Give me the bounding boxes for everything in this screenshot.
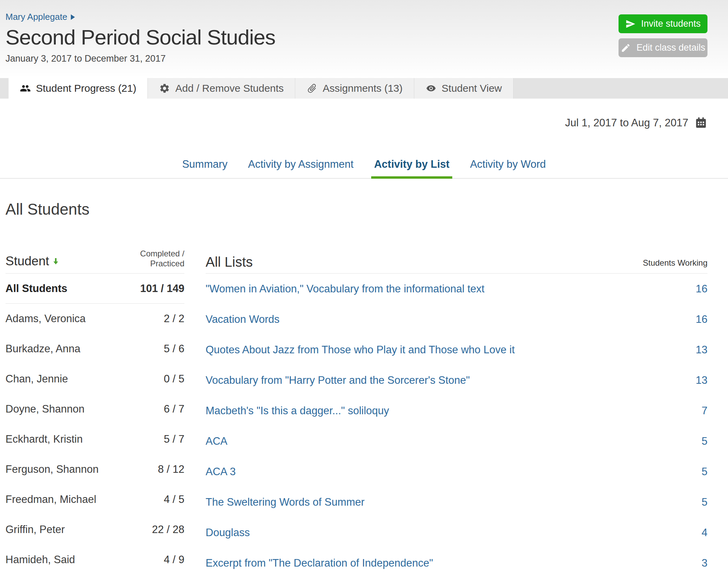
eye-icon: [426, 83, 437, 94]
column-header-completed-line1: Completed /: [140, 249, 184, 258]
students-working-count: 4: [702, 527, 707, 539]
student-name: Hamideh, Said: [5, 554, 75, 566]
page-header: Mary Applegate Second Period Social Stud…: [0, 0, 728, 78]
student-completed-count: 0 / 5: [164, 373, 184, 385]
students-working-count: 7: [702, 405, 707, 417]
all-lists-heading: All Lists: [206, 254, 253, 270]
list-link[interactable]: The Sweltering Words of Summer: [206, 496, 365, 508]
student-completed-count: 5 / 6: [164, 343, 184, 355]
list-item: The Sweltering Words of Summer 5: [206, 487, 707, 517]
header-buttons: Invite students Edit class details: [619, 14, 707, 57]
column-header-student-label: Student: [5, 254, 49, 268]
student-name: Chan, Jennie: [5, 373, 68, 385]
students-working-count: 5: [702, 466, 707, 478]
paper-plane-icon: [625, 19, 636, 29]
student-completed-count: 2 / 2: [164, 313, 184, 325]
list-link[interactable]: Vocabulary from "Harry Potter and the So…: [206, 374, 470, 387]
tab-student-view[interactable]: Student View: [414, 78, 514, 99]
students-table: Student Completed / Practiced All Studen…: [5, 248, 184, 578]
page-title: Second Period Social Studies: [5, 25, 707, 49]
table-row[interactable]: Eckhardt, Kristin 5 / 7: [5, 424, 184, 454]
subtab-activity-by-list[interactable]: Activity by List: [371, 158, 452, 178]
breadcrumb[interactable]: Mary Applegate: [5, 12, 75, 22]
gear-icon: [159, 83, 170, 94]
invite-students-button[interactable]: Invite students: [619, 14, 707, 33]
tab-label: Add / Remove Students: [175, 83, 284, 94]
list-item: Macbeth's "Is this a dagger..." soliloqu…: [206, 395, 707, 426]
class-date-range: January 3, 2017 to December 31, 2017: [5, 53, 707, 64]
student-completed-count: 8 / 12: [158, 463, 184, 476]
list-link[interactable]: Vacation Words: [206, 313, 280, 326]
table-row[interactable]: Chan, Jennie 0 / 5: [5, 364, 184, 394]
subtab-summary[interactable]: Summary: [179, 158, 230, 178]
column-header-student[interactable]: Student: [5, 254, 60, 268]
subtab-activity-by-word[interactable]: Activity by Word: [467, 158, 549, 178]
table-row[interactable]: Hamideh, Said 4 / 9: [5, 545, 184, 575]
student-name: Eckhardt, Kristin: [5, 433, 83, 445]
student-completed-count: 4 / 5: [164, 493, 184, 506]
report-subtabs: Summary Activity by Assignment Activity …: [0, 158, 728, 179]
table-row[interactable]: Burkadze, Anna 5 / 6: [5, 334, 184, 364]
lists-table: All Lists Students Working "Women in Avi…: [206, 248, 707, 578]
list-item: ACA 3 5: [206, 456, 707, 487]
list-link[interactable]: Quotes About Jazz from Those who Play it…: [206, 344, 515, 356]
students-working-count: 5: [702, 435, 707, 447]
edit-class-details-button[interactable]: Edit class details: [619, 38, 707, 57]
students-working-count: 16: [696, 283, 707, 295]
table-row[interactable]: Doyne, Shannon 6 / 7: [5, 394, 184, 424]
summary-row-value: 101 / 149: [140, 282, 184, 295]
edit-class-details-label: Edit class details: [636, 42, 705, 53]
student-name: Doyne, Shannon: [5, 403, 84, 415]
list-item: Vocabulary from "Harry Potter and the So…: [206, 365, 707, 395]
list-link[interactable]: ACA: [206, 435, 228, 447]
students-working-count: 13: [696, 344, 707, 356]
paperclip-icon: [307, 83, 317, 94]
breadcrumb-link[interactable]: Mary Applegate: [5, 12, 67, 22]
table-row[interactable]: Ferguson, Shannon 8 / 12: [5, 454, 184, 484]
list-item: Quotes About Jazz from Those who Play it…: [206, 334, 707, 365]
student-completed-count: 6 / 7: [164, 403, 184, 415]
list-item: Excerpt from "The Declaration of Indepen…: [206, 548, 707, 578]
students-working-count: 3: [702, 557, 707, 569]
list-link[interactable]: Macbeth's "Is this a dagger..." soliloqu…: [206, 405, 389, 417]
tab-label: Student Progress (21): [36, 83, 136, 94]
list-link[interactable]: ACA 3: [206, 466, 236, 478]
student-completed-count: 5 / 7: [164, 433, 184, 445]
lists-table-header: All Lists Students Working: [206, 248, 707, 274]
tab-add-remove-students[interactable]: Add / Remove Students: [148, 78, 295, 99]
calendar-icon[interactable]: [694, 116, 707, 129]
tab-label: Assignments (13): [323, 83, 402, 94]
list-link[interactable]: Douglass: [206, 527, 250, 539]
students-working-count: 5: [702, 496, 707, 508]
student-name: Adams, Veronica: [5, 313, 86, 325]
table-row[interactable]: Freedman, Michael 4 / 5: [5, 484, 184, 515]
report-date-range-label: Jul 1, 2017 to Aug 7, 2017: [565, 117, 688, 129]
subtab-activity-by-assignment[interactable]: Activity by Assignment: [245, 158, 356, 178]
section-title: All Students: [5, 200, 728, 218]
tab-label: Student View: [442, 83, 502, 94]
list-item: Vacation Words 16: [206, 304, 707, 334]
people-icon: [20, 83, 31, 94]
report-date-range-filter[interactable]: Jul 1, 2017 to Aug 7, 2017: [0, 116, 728, 129]
summary-row-name: All Students: [5, 282, 67, 295]
pencil-icon: [621, 43, 631, 53]
column-header-completed-practiced[interactable]: Completed / Practiced: [140, 249, 184, 268]
column-header-students-working: Students Working: [643, 258, 707, 270]
all-students-summary-row[interactable]: All Students 101 / 149: [5, 274, 184, 304]
student-name: Ferguson, Shannon: [5, 463, 99, 476]
list-link[interactable]: "Women in Aviation," Vocabulary from the…: [206, 283, 484, 295]
table-row[interactable]: Adams, Veronica 2 / 2: [5, 304, 184, 334]
student-name: Griffin, Peter: [5, 523, 65, 536]
list-link[interactable]: Excerpt from "The Declaration of Indepen…: [206, 557, 433, 569]
table-row[interactable]: Griffin, Peter 22 / 28: [5, 515, 184, 545]
student-name: Burkadze, Anna: [5, 343, 80, 355]
tab-assignments[interactable]: Assignments (13): [295, 78, 414, 99]
list-item: Douglass 4: [206, 517, 707, 548]
sort-down-arrow-icon: [52, 257, 60, 265]
student-completed-count: 4 / 9: [164, 554, 184, 566]
student-name: Freedman, Michael: [5, 493, 96, 506]
main-tab-bar: Student Progress (21) Add / Remove Stude…: [0, 78, 728, 99]
list-item: "Women in Aviation," Vocabulary from the…: [206, 274, 707, 304]
student-completed-count: 22 / 28: [152, 523, 184, 536]
tab-student-progress[interactable]: Student Progress (21): [9, 78, 148, 99]
